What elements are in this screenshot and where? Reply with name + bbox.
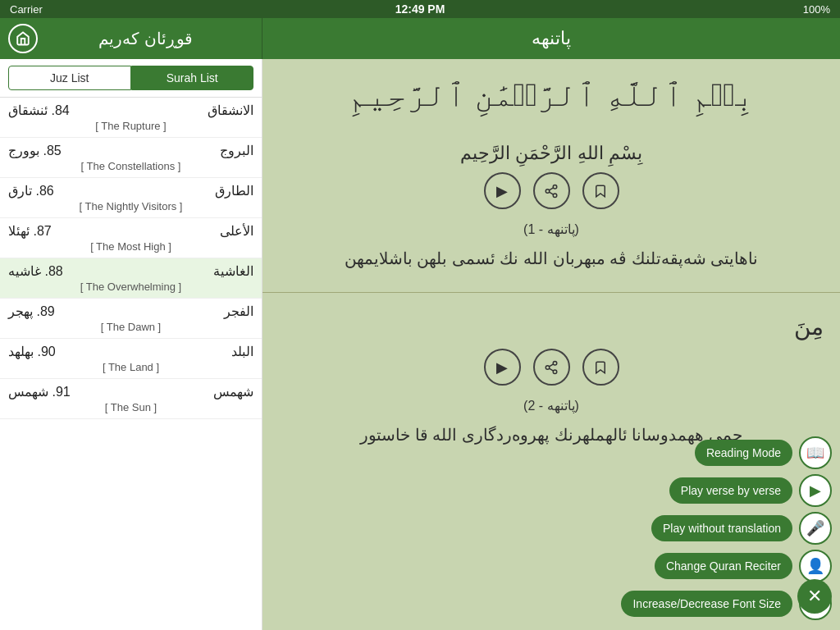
- surah-item[interactable]: الفجر 89. پهجر [ The Dawn ]: [0, 299, 262, 339]
- surah-item[interactable]: البلد 90. بهلهد [ The Land ]: [0, 339, 262, 379]
- verse1-text: ناهایتی شەپقەتلنك ڤه مبهربان الله نك ئسم…: [279, 245, 824, 272]
- popup-item-icon-play-verse[interactable]: ▶: [799, 474, 832, 507]
- surah-arabic-name: الأعلى: [220, 223, 253, 239]
- surah-arabic-name: شهمس: [213, 384, 253, 399]
- surah-kurdish-name: 85. بوورج: [8, 143, 62, 158]
- surah-item[interactable]: الانشقاق 84. ئنشقاق [ The Rupture ]: [0, 98, 262, 138]
- surah-kurdish-name: 91. شهمس: [8, 384, 71, 399]
- status-bar: Carrier 12:49 PM 100%: [0, 0, 840, 18]
- bismillah-image-area: بِسۡمِ ٱللَّهِ ٱلرَّحۡمَٰنِ ٱلرَّحِيمِ: [262, 59, 840, 130]
- surah-kurdish-name: 87. ئهئلا: [8, 223, 52, 239]
- svg-line-3: [549, 192, 553, 194]
- share-button-1[interactable]: [533, 172, 570, 209]
- popup-item-icon-reading-mode[interactable]: 📖: [799, 436, 832, 469]
- svg-point-0: [553, 185, 557, 189]
- main-content: بِسۡمِ ٱللَّهِ ٱلرَّحۡمَٰنِ ٱلرَّحِيمِ ب…: [262, 59, 840, 630]
- popup-menu-item-play-verse[interactable]: Play verse by verse ▶: [621, 474, 832, 507]
- surah-arabic-name: الانشقاق: [208, 103, 253, 118]
- surah-translation: [ The Sun ]: [8, 401, 253, 413]
- battery-label: 100%: [803, 3, 830, 16]
- svg-point-2: [553, 194, 557, 198]
- surah-kurdish-name: 88. غاشیه: [8, 263, 63, 279]
- main-header: پاتنهه: [262, 18, 840, 59]
- tab-buttons: Juz List Surah List: [0, 59, 262, 98]
- surah-translation: [ The Nightly Visitors ]: [8, 200, 253, 212]
- content-area: Juz List Surah List الانشقاق 84. ئنشقاق …: [0, 59, 840, 630]
- surah-translation: [ The Constellations ]: [8, 160, 253, 172]
- surah-item[interactable]: الغاشية 88. غاشیه [ The Overwhelming ]: [0, 258, 262, 299]
- surah-kurdish-name: 84. ئنشقاق: [8, 103, 70, 118]
- surah-kurdish-name: 86. تارق: [8, 183, 54, 199]
- surah-translation: [ The Rupture ]: [8, 120, 253, 132]
- verse-divider: [262, 292, 840, 293]
- bismillah-image-text: بِسۡمِ ٱللَّهِ ٱلرَّحۡمَٰنِ ٱلرَّحِيمِ: [348, 76, 755, 113]
- popup-item-icon-change-reciter[interactable]: 👤: [799, 550, 832, 582]
- popup-item-label: Play verse by verse: [669, 477, 792, 504]
- verse1-section: بِسْمِ اللهِ الرَّحْمَنِ الرَّحِيم ▶ (پا…: [262, 130, 840, 284]
- popup-item-label: Play without translation: [651, 515, 792, 541]
- popup-item-label: Increase/Decrease Font Size: [621, 591, 792, 617]
- verse2-label: (پاتنهه - 2): [279, 398, 824, 413]
- svg-point-5: [553, 361, 557, 365]
- surah-kurdish-name: 90. بهلهد: [8, 344, 56, 359]
- sidebar: Juz List Surah List الانشقاق 84. ئنشقاق …: [0, 59, 262, 630]
- svg-point-6: [546, 365, 550, 369]
- surah-arabic-name: البلد: [231, 344, 253, 359]
- popup-item-icon-play-no-translation[interactable]: 🎤: [799, 512, 832, 545]
- surah-arabic-name: الغاشية: [213, 263, 253, 279]
- surah-list: الانشقاق 84. ئنشقاق [ The Rupture ] البر…: [0, 98, 262, 419]
- surah-arabic-name: البروج: [220, 143, 253, 158]
- surah-arabic-name: الفجر: [224, 304, 253, 319]
- sidebar-header: قوڕئان کەریم: [0, 18, 262, 59]
- surah-kurdish-name: 89. پهجر: [8, 304, 55, 319]
- verse2-arabic-partial: مِنَ: [279, 313, 824, 340]
- verse2-controls: ▶: [279, 349, 824, 386]
- surah-arabic-name: الطارق: [215, 183, 253, 199]
- carrier-label: Carrier: [10, 3, 43, 16]
- bookmark-button-1[interactable]: [582, 172, 619, 209]
- time-label: 12:49 PM: [395, 2, 445, 16]
- sidebar-title: قوڕئان کەریم: [38, 29, 253, 48]
- svg-line-8: [549, 368, 553, 371]
- popup-item-label: Reading Mode: [695, 440, 792, 466]
- svg-point-1: [546, 189, 550, 193]
- svg-line-4: [549, 187, 553, 189]
- popup-menu-item-reading-mode[interactable]: Reading Mode 📖: [621, 436, 832, 469]
- surah-translation: [ The Land ]: [8, 361, 253, 373]
- surah-translation: [ The Overwhelming ]: [8, 281, 253, 293]
- main-title: پاتنهه: [532, 28, 571, 49]
- play-button-1[interactable]: ▶: [484, 172, 521, 209]
- surah-translation: [ The Dawn ]: [8, 321, 253, 333]
- close-popup-button[interactable]: ✕: [797, 579, 832, 614]
- verse1-label: (پاتنهه - 1): [279, 221, 824, 237]
- popup-menu-item-play-no-translation[interactable]: Play without translation 🎤: [621, 512, 832, 545]
- surah-translation: [ The Most High ]: [8, 240, 253, 253]
- home-button[interactable]: [8, 24, 38, 53]
- surah-item[interactable]: شهمس 91. شهمس [ The Sun ]: [0, 379, 262, 419]
- popup-menu-item-change-reciter[interactable]: Change Quran Reciter 👤: [621, 550, 832, 582]
- play-button-2[interactable]: ▶: [484, 349, 521, 386]
- surah-item[interactable]: البروج 85. بوورج [ The Constellations ]: [0, 138, 262, 178]
- bookmark-button-2[interactable]: [582, 349, 619, 386]
- popup-item-label: Change Quran Reciter: [655, 553, 792, 579]
- verse1-controls: ▶: [279, 172, 824, 209]
- svg-line-9: [549, 363, 553, 366]
- share-button-2[interactable]: [533, 349, 570, 386]
- surah-item[interactable]: الأعلى 87. ئهئلا [ The Most High ]: [0, 218, 262, 258]
- bismillah-arabic: بِسْمِ اللهِ الرَّحْمَنِ الرَّحِيم: [279, 143, 824, 164]
- svg-point-7: [553, 370, 557, 374]
- header: قوڕئان کەریم پاتنهه: [0, 18, 840, 59]
- surah-item[interactable]: الطارق 86. تارق [ The Nightly Visitors ]: [0, 178, 262, 218]
- tab-surah[interactable]: Surah List: [131, 66, 254, 90]
- tab-juz[interactable]: Juz List: [8, 66, 131, 90]
